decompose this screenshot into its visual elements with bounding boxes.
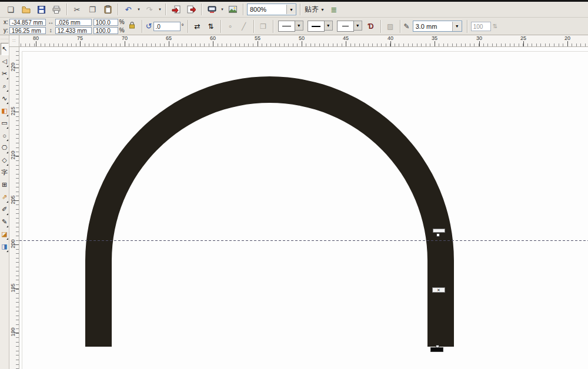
basic-shapes-tool-icon: ◇ (2, 156, 6, 164)
behind-fill-button[interactable]: ▨ (385, 21, 396, 32)
new-document-button[interactable]: ❏ (4, 3, 18, 16)
outline-style-preview (312, 26, 320, 27)
horizontal-guideline[interactable] (19, 240, 588, 241)
vertical-ruler[interactable]: 220215210205200195190 (9, 47, 19, 369)
wrap-text-button[interactable]: Ɗ (365, 21, 377, 32)
ruler-major-tick (523, 41, 524, 46)
polygon-tool[interactable]: ⎔ (1, 142, 9, 154)
object-center-marker[interactable]: ✕ (432, 287, 445, 293)
drawing-canvas[interactable]: ✕ (19, 47, 588, 369)
ruler-major-tick (390, 41, 391, 46)
table-tool[interactable]: ⊞ (1, 179, 9, 191)
smart-fill-tool[interactable]: ◧ (1, 105, 9, 117)
flyout-indicator (6, 115, 8, 116)
mirror-horizontal-button[interactable]: ⇄ (192, 21, 203, 32)
combine-icon: ❒ (260, 22, 266, 31)
zoom-tool[interactable]: ⌕ (1, 80, 9, 92)
y-position-field[interactable]: 196.25 mm (9, 27, 46, 34)
app-launcher-button-dropdown[interactable]: ▼ (219, 3, 225, 16)
app-launcher-button[interactable] (205, 3, 219, 16)
x-position-field[interactable]: -34.857 mm (9, 19, 46, 26)
padlock-icon (129, 22, 135, 31)
standard-toolbar: ❏✂❐↶▼↷▼▼800%▼贴齐▼≣ (0, 2, 588, 18)
ruler-major-tick (213, 41, 213, 46)
crop-tool[interactable]: ✂ (1, 68, 9, 80)
print-button[interactable] (49, 3, 64, 16)
save-button[interactable] (34, 3, 48, 16)
arch-shape[interactable] (19, 47, 588, 369)
undo-button[interactable]: ↶ (121, 3, 135, 16)
toolbar-separator (243, 4, 243, 15)
ruler-origin-corner[interactable]: ∷ (9, 35, 19, 47)
crop-tool-icon: ✂ (2, 70, 7, 78)
convert-to-line-button[interactable]: ╱ (238, 21, 250, 32)
fill-tool-icon: ◪ (1, 230, 7, 238)
text-tool[interactable]: 字 (1, 166, 9, 179)
mirror-vertical-button[interactable]: ⇅ (205, 21, 217, 32)
smart-fill-tool-icon: ◧ (1, 107, 7, 115)
interactive-fill-tool[interactable]: ◨ (1, 240, 9, 253)
horizontal-ruler[interactable]: 80757065605550454035302520 (19, 35, 588, 47)
object-height-field[interactable]: 12.433 mm (55, 27, 92, 34)
welcome-screen-button[interactable] (226, 3, 240, 16)
y-position-label: y: (4, 27, 8, 33)
ruler-label: 60 (206, 35, 219, 41)
paste-button[interactable] (101, 3, 115, 16)
cut-button[interactable]: ✂ (70, 3, 84, 16)
flyout-indicator (6, 238, 8, 240)
scale-vertical-field[interactable]: 100.0 (93, 27, 118, 34)
node-handle-top[interactable] (433, 229, 445, 233)
open-button[interactable] (19, 3, 33, 16)
start-arrowhead-selector[interactable]: ▼ (278, 21, 303, 32)
ruler-major-tick (567, 41, 568, 46)
scale-horizontal-field[interactable]: 100.0 (93, 19, 118, 26)
print-icon (52, 6, 61, 14)
outline-width-value: 3.0 mm (413, 23, 452, 30)
polygon-tool-icon: ⎔ (2, 144, 8, 152)
dimension-tool[interactable]: ⇗ (1, 191, 9, 203)
export-button[interactable] (184, 3, 198, 16)
ruler-label: 40 (384, 35, 397, 41)
zoom-level-combo[interactable]: 800%▼ (247, 4, 296, 15)
redo-button-dropdown[interactable]: ▼ (157, 3, 163, 16)
ruler-label: 70 (118, 35, 131, 41)
freehand-tool[interactable]: ∿ (1, 92, 9, 105)
fill-tool[interactable]: ◪ (1, 228, 9, 240)
eyedropper-tool[interactable]: ✐ (1, 203, 9, 216)
table-tool-icon: ⊞ (2, 181, 7, 189)
rectangle-tool[interactable]: ▭ (1, 117, 9, 129)
end-arrowhead-selector[interactable]: ▼ (337, 21, 362, 32)
redo-button[interactable]: ↷ (142, 3, 156, 16)
rotation-angle-field[interactable]: .0 (153, 22, 181, 31)
node-square-top[interactable] (436, 233, 440, 237)
ruler-label: 210 (10, 148, 16, 162)
welcome-screen-icon (229, 6, 237, 13)
cut-icon: ✂ (74, 6, 81, 14)
behind-fill-icon: ▨ (387, 22, 393, 31)
pick-tool[interactable]: ↖ (1, 43, 9, 55)
view-options-button[interactable]: ≣ (327, 3, 341, 16)
outline-pen-tool[interactable]: ✎ (1, 216, 9, 228)
outline-width-combo[interactable]: 3.0 mm ▼ (413, 21, 462, 32)
snap-to-dropdown[interactable]: 贴齐▼ (305, 5, 325, 15)
flyout-indicator (6, 226, 8, 227)
undo-button-dropdown[interactable]: ▼ (136, 3, 142, 16)
save-icon (38, 6, 45, 14)
shape-tool[interactable]: ◁ (1, 55, 9, 68)
toolbox-grip[interactable]: ⋯⋯ (1, 37, 9, 43)
ruler-label: 55 (251, 35, 264, 41)
basic-shapes-tool[interactable]: ◇ (1, 154, 9, 166)
flyout-indicator (6, 127, 8, 129)
combine-button[interactable]: ❒ (258, 21, 269, 32)
lock-ratio-button[interactable] (126, 21, 138, 32)
node-handle-bottom[interactable] (430, 347, 443, 352)
edit-nodes-button[interactable]: ∘ (225, 21, 236, 32)
copy-button[interactable]: ❐ (85, 3, 99, 16)
outline-pen-tool-icon: ✎ (2, 218, 7, 226)
import-button[interactable] (169, 3, 183, 16)
ellipse-tool[interactable]: ○ (1, 129, 9, 142)
object-width-field[interactable]: .026 mm (55, 19, 92, 26)
shape-tool-icon: ◁ (2, 58, 6, 65)
transparency-spinner[interactable]: 100 (471, 22, 491, 31)
outline-style-selector[interactable]: ▼ (308, 21, 333, 32)
